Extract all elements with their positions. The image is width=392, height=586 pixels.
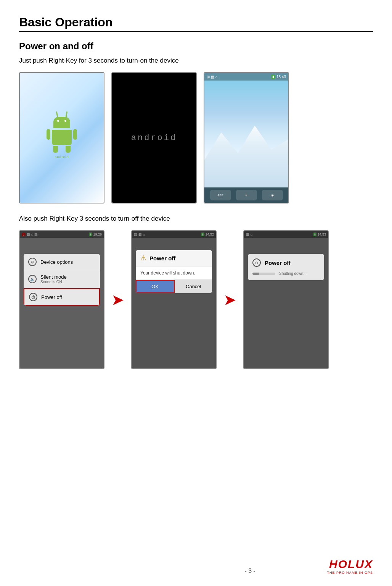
silent-mode-item: 🔈 Silent mode Sound is ON — [24, 270, 100, 288]
device-options-item: ⊙ Device options — [24, 254, 100, 270]
robot-arm-right — [73, 129, 77, 140]
dialog-body: Your device will shut down. — [136, 266, 212, 279]
android-robot: android — [47, 117, 77, 159]
holux-brand-name: HOLUX — [329, 558, 373, 571]
dev-screen-content: 2 ▦ ⌂ ▨ ▮ 19:26 ⊙ Device options 🔈 — [20, 231, 104, 368]
dialog-title-text: Power off — [149, 255, 175, 262]
robot-legs — [53, 146, 71, 153]
page-number: - 3 - — [173, 568, 327, 575]
home-icon: ⌂ — [215, 75, 218, 79]
shutdown-progress-area: Shutting down... — [248, 271, 324, 280]
status-bar: ⊞ ▦ ⌂ ▮ 15:43 — [204, 73, 288, 81]
boot-sequence-row: android android ⊞ ▦ ⌂ ▮ 15:43 — [19, 72, 373, 203]
boot-screen-1-content: android — [20, 73, 104, 203]
shutdown-popup: ⊙ Power off Shutting down... — [248, 254, 324, 280]
mountain — [204, 119, 288, 187]
wallpaper — [204, 81, 288, 187]
poweroff-dialog: ⚠ Power off Your device will shut down. … — [136, 250, 212, 293]
progress-bar — [252, 273, 275, 275]
poweroff-screen-3: ▦ ⌂ ▮ 14:53 ⊙ Power off — [243, 230, 329, 369]
silent-mode-icon: 🔈 — [28, 275, 37, 283]
holux-tagline: THE PRO NAME IN GPS — [327, 571, 373, 575]
cancel-button[interactable]: Cancel — [175, 280, 212, 293]
poweroff-icon: ⏻ — [29, 293, 37, 301]
taskbar: APP ⠿ ◉ — [204, 187, 288, 203]
poweroff-sequence-row: 2 ▦ ⌂ ▨ ▮ 19:26 ⊙ Device options 🔈 — [19, 230, 373, 369]
boot-screen-3: ⊞ ▦ ⌂ ▮ 15:43 APP ⠿ ◉ — [204, 72, 289, 203]
arrow-1: ➤ — [111, 291, 124, 308]
usb-icon: ⊞ — [207, 75, 210, 79]
warning-icon: ⚠ — [140, 254, 146, 262]
boot-screen-3-content: ⊞ ▦ ⌂ ▮ 15:43 APP ⠿ ◉ — [204, 73, 288, 203]
android-small-text: android — [55, 155, 69, 159]
silent-mode-label: Silent mode — [40, 274, 67, 280]
boot-screen-2: android — [111, 72, 197, 203]
robot-arm-left — [47, 129, 50, 140]
shutdown-power-icon: ⊙ — [252, 258, 261, 267]
arrow-2: ➤ — [223, 291, 236, 308]
dialog-screen-content: ▤ ▦ ⌂ ▮ 14:52 ⚠ Power off Your device wi… — [132, 231, 216, 368]
dialog-buttons: OK Cancel — [136, 279, 212, 293]
poweroff-screen-1: 2 ▦ ⌂ ▨ ▮ 19:26 ⊙ Device options 🔈 — [19, 230, 104, 369]
status-right: ▮ 15:43 — [271, 74, 286, 79]
silent-mode-sub: Sound is ON — [40, 280, 67, 284]
robot-body — [52, 130, 72, 145]
antenna-right — [66, 111, 67, 117]
section1-desc: Just push Right-Key for 3 seconds to tur… — [19, 57, 373, 65]
section2-desc: Also push Right-Key 3 seconds to turn-of… — [19, 215, 373, 223]
poweroff-item[interactable]: ⏻ Power off — [24, 288, 100, 306]
shutdown-sub: Shutting down... — [279, 271, 307, 276]
ok-button[interactable]: OK — [136, 280, 175, 293]
grid-button[interactable]: ⠿ — [236, 190, 257, 200]
dialog-title-bar: ⚠ Power off — [136, 250, 212, 266]
boot-screen-1: android — [19, 72, 104, 203]
app-button[interactable]: APP — [210, 190, 231, 200]
poweroff-screen-2: ▤ ▦ ⌂ ▮ 14:52 ⚠ Power off Your device wi… — [131, 230, 217, 369]
shutdown-power-item: ⊙ Power off — [248, 254, 324, 271]
android-logo-text: android — [131, 133, 177, 143]
signal-icon: ▦ — [211, 75, 214, 79]
device-options-icon: ⊙ — [28, 258, 37, 266]
status-icons-left: ⊞ ▦ ⌂ — [207, 75, 218, 79]
robot-leg-left — [53, 146, 58, 153]
robot-leg-right — [66, 146, 71, 153]
holux-logo: HOLUX THE PRO NAME IN GPS — [327, 558, 373, 575]
shutdown-overlay — [244, 231, 328, 368]
shutdown-text-area: Power off — [265, 260, 291, 266]
progress-fill — [252, 273, 259, 275]
silent-mode-text: Silent mode Sound is ON — [40, 274, 67, 284]
antenna-left — [56, 111, 58, 117]
sphere-button[interactable]: ◉ — [262, 190, 283, 200]
battery-icon: ▮ — [271, 74, 275, 79]
shutdown-screen-content: ▦ ⌂ ▮ 14:53 ⊙ Power off — [244, 231, 328, 368]
boot-screen-2-content: android — [112, 73, 196, 203]
clock: 15:43 — [276, 75, 286, 79]
page-title: Basic Operation — [19, 15, 373, 32]
device-options-popup: ⊙ Device options 🔈 Silent mode Sound is … — [24, 254, 100, 306]
robot-head — [53, 117, 70, 128]
device-options-label: Device options — [40, 259, 73, 265]
poweroff-label: Power off — [41, 294, 62, 300]
shutdown-title: Power off — [265, 260, 291, 266]
page-footer: - 3 - HOLUX THE PRO NAME IN GPS — [19, 558, 373, 575]
section1-heading: Power on and off — [19, 41, 373, 52]
